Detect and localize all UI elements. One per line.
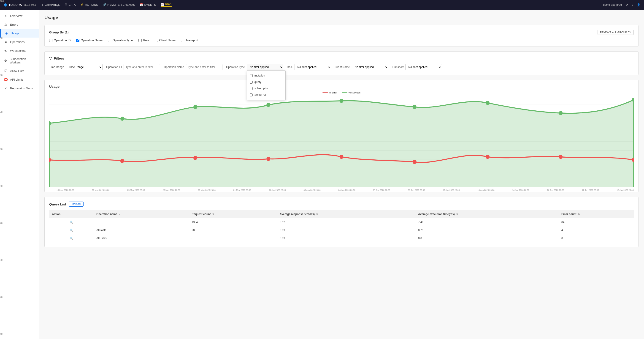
success-point [559,111,562,115]
group-by-header: Group By (1) REMOVE ALL GROUP BY [49,30,634,35]
request-count-cell-1: 1354 [189,218,277,226]
mutation-checkbox[interactable] [250,74,253,77]
group-by-role[interactable]: Role [138,39,149,42]
transport-label: Transport [392,66,404,69]
nav-pro[interactable]: 📈 PRO [161,3,172,7]
app-logo: 🔷 HASURA v1.2.2-pro.1 [4,3,36,7]
sidebar-item-api-limits[interactable]: ⛔ API Limits [0,75,39,84]
group-by-operation-type-checkbox[interactable] [108,39,111,42]
group-by-operation-id-checkbox[interactable] [49,39,52,42]
error-point [559,155,562,159]
operation-type-select[interactable]: No filter applied [247,64,283,70]
avg-execution-cell-2: 0.75 [415,226,559,234]
group-by-role-checkbox[interactable] [138,39,142,42]
sidebar-item-errors[interactable]: ⚠ Errors [0,20,39,29]
success-legend-color [342,92,348,93]
filter-funnel-icon: ▽ [49,56,52,60]
col-error-count[interactable]: Error count ⇅ [559,210,634,218]
error-point [486,155,490,159]
current-user-label: demo-app-prod [603,3,622,7]
error-legend-color [322,92,328,93]
table-header-row: Action Operation name ▲ Request count ⇅ … [49,210,634,218]
sidebar-item-operations[interactable]: ≡ Operations [0,38,39,46]
subscription-checkbox[interactable] [250,87,253,90]
col-operation-name[interactable]: Operation name ▲ [94,210,189,218]
filters-title-text: Filters [54,56,64,60]
request-count-cell-2: 20 [189,226,277,234]
dropdown-option-subscription[interactable]: subscription [247,85,286,92]
query-checkbox[interactable] [250,81,253,84]
group-by-operation-id[interactable]: Operation ID [49,39,71,42]
usage-chart-section: Usage % error % success 100 90 80 70 60 [44,80,638,192]
transport-filter: Transport No filter applied [392,64,442,70]
operation-name-cell-1 [94,218,189,226]
operation-name-input[interactable] [186,64,222,70]
action-cell-3[interactable]: 🔍 [49,234,94,242]
error-count-cell-1: 84 [559,218,634,226]
group-by-transport[interactable]: Transport [181,39,198,42]
filters-header: ▽ Filters [49,56,634,60]
error-point [413,160,416,164]
sidebar-item-websockets[interactable]: ⟲ Websockets [0,46,39,55]
group-by-client-name[interactable]: Client Name [155,39,176,42]
avg-execution-sort-icon: ⇅ [456,213,458,216]
sidebar-item-subscription-workers[interactable]: ⚙ Subscription Workers [0,55,39,67]
nav-graphiql[interactable]: ◈ GRAPHIQL [42,3,60,7]
usage-chart-svg [49,96,634,187]
help-icon[interactable]: ? [632,3,633,7]
client-name-filter: Client Name No filter applied [335,64,388,70]
dropdown-option-query[interactable]: query [247,79,286,85]
request-count-cell-3: 5 [189,234,277,242]
sidebar-item-allow-lists[interactable]: ☑ Allow Lists [0,67,39,75]
settings-icon[interactable]: ⚙ [626,3,628,7]
group-by-operation-name[interactable]: Operation Name [76,39,102,42]
logo-text: HASURA [9,3,22,7]
avg-response-sort-icon: ⇅ [316,213,318,216]
operation-name-label: Operation Name [164,66,184,69]
query-list-title: Query List [49,202,66,206]
group-by-transport-checkbox[interactable] [181,39,184,42]
col-action: Action [49,210,94,218]
client-name-label: Client Name [335,66,350,69]
sidebar-item-overview[interactable]: ○ Overview [0,12,39,20]
dropdown-option-mutation[interactable]: mutation [247,72,286,79]
reload-button[interactable]: Reload [69,202,84,207]
nav-events[interactable]: 📅 EVENTS [140,3,156,7]
sidebar-item-regression-tests[interactable]: ✓ Regression Tests [0,84,39,93]
usage-icon: ◈ [4,31,8,35]
dropdown-option-select-all[interactable]: Select All [247,92,286,98]
app-version: v1.2.2-pro.1 [24,4,36,6]
sidebar-item-usage[interactable]: ◈ Usage [0,29,39,38]
table-header: Action Operation name ▲ Request count ⇅ … [49,210,634,218]
role-label: Role [287,66,293,69]
user-icon[interactable]: 👤 [637,3,640,7]
nav-remote-schemas[interactable]: 🔗 REMOTE SCHEMAS [103,3,135,7]
action-cell-2[interactable]: 🔍 [49,226,94,234]
nav-data[interactable]: 🗄 DATA [64,3,76,7]
client-name-select[interactable]: No filter applied [352,64,388,70]
nav-actions[interactable]: ⚡ ACTIONS [80,3,98,7]
remove-all-group-by-button[interactable]: REMOVE ALL GROUP BY [598,30,634,35]
avg-execution-cell-1: 7.48 [415,218,559,226]
col-avg-response-size[interactable]: Average response size(kB) ⇅ [277,210,415,218]
group-by-operation-name-checkbox[interactable] [76,39,80,42]
transport-select[interactable]: No filter applied [405,64,442,70]
select-all-checkbox[interactable] [250,94,253,96]
query-list-header: Query List Reload [49,202,634,207]
operation-id-input[interactable] [124,64,160,70]
error-point [266,157,270,161]
role-filter: Role No filter applied [287,64,331,70]
filter-grid: Time Range Time Range Operation ID Opera… [49,64,634,70]
success-legend-label: % success [348,91,361,94]
role-select[interactable]: No filter applied [294,64,331,70]
legend-error: % error [322,91,337,94]
x-axis-labels: 19 May 2020 20:00 21 May 2020 20:00 25 M… [49,189,634,191]
avg-response-cell-3: 0.09 [277,234,415,242]
time-range-select[interactable]: Time Range [66,64,102,70]
group-by-operation-type[interactable]: Operation Type [108,39,133,42]
legend-success: % success [342,91,361,94]
group-by-client-name-checkbox[interactable] [155,39,158,42]
col-request-count[interactable]: Request count ⇅ [189,210,277,218]
action-cell-1[interactable]: 🔍 [49,218,94,226]
col-avg-execution-time[interactable]: Average execution time(ms) ⇅ [415,210,559,218]
